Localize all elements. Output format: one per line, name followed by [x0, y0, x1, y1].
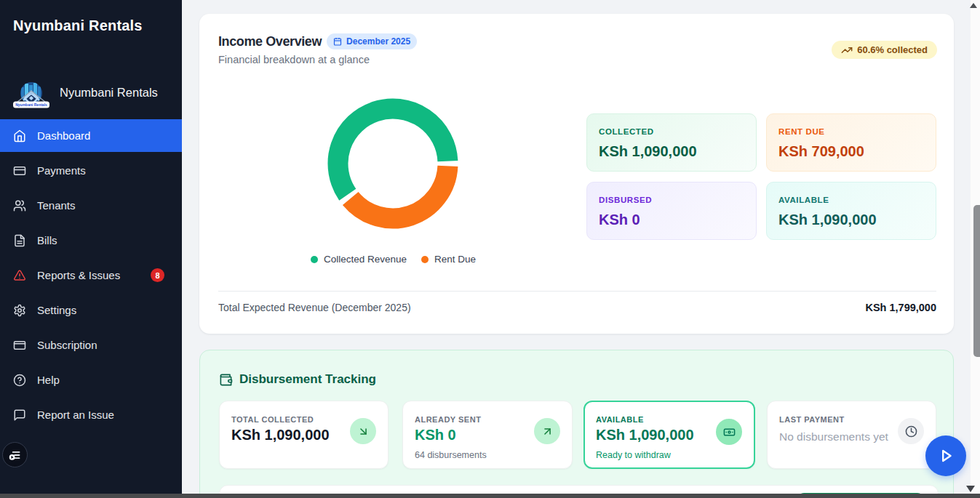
svg-text:Nyumbani Rentals: Nyumbani Rentals	[15, 103, 47, 107]
